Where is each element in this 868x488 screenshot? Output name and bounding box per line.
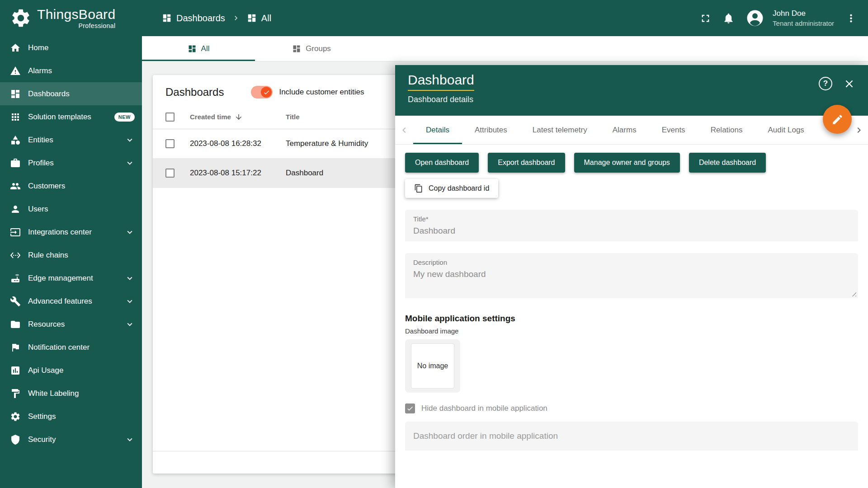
drawer-tab-alarms[interactable]: Alarms [600,116,649,144]
row-checkbox[interactable] [165,139,175,148]
created-time-cell: 2023-08-08 15:17:22 [190,169,286,178]
breadcrumb-dashboards[interactable]: Dashboards [162,13,225,23]
title-field[interactable]: Title* Dashboard [405,210,858,241]
drawer-actions-row: Open dashboard Export dashboard Manage o… [405,153,858,173]
sidebar-item-alarms[interactable]: Alarms [0,59,142,82]
drawer-header-actions: ? [819,77,855,90]
drawer-tab-details[interactable]: Details [413,116,462,144]
avatar [745,9,764,28]
breadcrumb-all[interactable]: All [247,13,271,23]
sidebar-item-customers[interactable]: Customers [0,174,142,197]
sidebar-item-users[interactable]: Users [0,197,142,221]
description-field-value: My new dashboard [413,269,850,279]
tabs-strip: Details Attributes Latest telemetry Alar… [413,116,850,144]
select-all-checkbox[interactable] [165,113,175,122]
user-menu-button[interactable] [845,12,857,24]
check-icon [406,405,414,412]
wrench-icon [10,296,21,307]
sidebar-item-entities[interactable]: Entities [0,128,142,151]
sidebar-item-settings[interactable]: Settings [0,405,142,428]
sidebar-item-edge-management[interactable]: Edge management [0,267,142,290]
paint-icon [10,388,21,399]
sidebar-item-resources[interactable]: Resources [0,313,142,336]
drawer-tab-events[interactable]: Events [649,116,698,144]
include-customer-entities-toggle[interactable] [251,86,273,99]
people-icon [10,181,21,192]
sidebar-item-advanced-features[interactable]: Advanced features [0,290,142,313]
mobile-order-field[interactable]: Dashboard order in mobile application [405,422,858,450]
description-field[interactable]: Description My new dashboard [405,253,858,298]
sidebar: Home Alarms Dashboards Solution template… [0,36,142,488]
drawer-tab-relations[interactable]: Relations [698,116,755,144]
breadcrumb-label: All [261,13,271,23]
fullscreen-button[interactable] [699,12,712,24]
sidebar-item-dashboards[interactable]: Dashboards [0,82,142,105]
sidebar-item-solution-templates[interactable]: Solution templates NEW [0,105,142,128]
dashboards-grid-icon [247,13,257,23]
row-checkbox[interactable] [165,169,175,178]
dashboard-image-label: Dashboard image [405,327,858,335]
new-badge: NEW [114,113,135,122]
open-dashboard-button[interactable]: Open dashboard [405,153,479,173]
close-icon [843,78,855,90]
dashboard-image-dropzone[interactable]: No image [405,339,460,393]
chevron-down-icon [125,319,135,329]
resize-handle[interactable] [850,291,856,296]
chevron-right-icon [854,125,864,136]
input-icon [10,227,21,238]
tabs-scroll-right-button[interactable] [850,116,868,144]
include-customer-entities: Include customer entities [251,86,364,99]
no-image-placeholder: No image [411,343,454,389]
tabs-scroll-left-button [395,116,413,144]
shield-icon [10,434,21,445]
drawer-tab-audit-logs[interactable]: Audit Logs [755,116,817,144]
manage-owner-groups-button[interactable]: Manage owner and groups [574,153,680,173]
breadcrumb-separator-icon [231,14,241,23]
card-title: Dashboards [165,86,224,99]
user-info: John Doe Tenant administrator [773,9,834,27]
mobile-order-label: Dashboard order in mobile application [413,431,558,441]
chevron-down-icon [125,435,135,445]
dashboards-grid-icon [162,13,172,23]
breadcrumb: Dashboards All [162,13,271,23]
row-checkbox-cell [165,169,190,178]
entity-tabbar: All Groups [142,36,868,61]
edit-fab[interactable] [823,105,852,134]
title-field-value: Dashboard [413,226,850,236]
delete-dashboard-button[interactable]: Delete dashboard [689,153,766,173]
ethernet-icon [10,250,21,261]
pencil-icon [831,113,844,126]
category-icon [10,135,21,145]
sidebar-item-integrations-center[interactable]: Integrations center [0,221,142,244]
export-dashboard-button[interactable]: Export dashboard [488,153,565,173]
apps-grid-icon [10,112,21,122]
title-field-label: Title* [413,215,850,223]
sidebar-item-security[interactable]: Security [0,428,142,451]
help-icon[interactable]: ? [819,77,832,90]
chevron-down-icon [125,135,135,145]
notifications-button[interactable] [722,12,735,24]
drawer-tab-latest-telemetry[interactable]: Latest telemetry [520,116,600,144]
sidebar-item-profiles[interactable]: Profiles [0,151,142,174]
drawer-title: Dashboard [408,72,474,91]
column-created-time[interactable]: Created time [190,113,286,121]
chart-icon [10,365,21,376]
app-logo[interactable]: ThingsBoard Professional [0,7,142,29]
sidebar-item-notification-center[interactable]: Notification center [0,336,142,359]
app-edition: Professional [37,22,115,29]
tab-all[interactable]: All [142,36,255,61]
sidebar-item-white-labeling[interactable]: White Labeling [0,382,142,405]
drawer-tab-attributes[interactable]: Attributes [462,116,520,144]
copy-dashboard-id-button[interactable]: Copy dashboard id [405,179,498,198]
user-name: John Doe [773,9,834,18]
hide-dashboard-checkbox[interactable] [405,404,415,413]
chevron-down-icon [125,158,135,168]
fullscreen-icon [699,12,712,24]
person-icon [10,204,21,215]
close-button[interactable] [843,78,855,90]
sidebar-item-rule-chains[interactable]: Rule chains [0,244,142,267]
tab-groups[interactable]: Groups [255,36,368,61]
sidebar-item-api-usage[interactable]: Api Usage [0,359,142,382]
sidebar-item-home[interactable]: Home [0,36,142,59]
drawer-body: Open dashboard Export dashboard Manage o… [395,145,868,450]
